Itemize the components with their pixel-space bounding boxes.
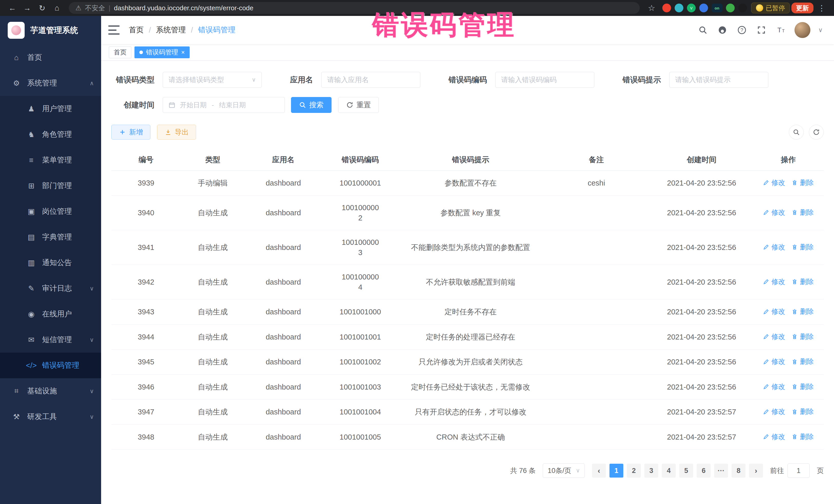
cell-code: 1001000003	[322, 230, 399, 265]
error-hint-input[interactable]	[669, 72, 768, 88]
cell-remark	[543, 196, 650, 230]
goto-page-input[interactable]	[788, 463, 810, 478]
sidebar-item-dict[interactable]: ▤字典管理	[0, 224, 101, 250]
delete-link[interactable]: 删除	[791, 407, 814, 417]
extension-green[interactable]	[726, 4, 735, 12]
edit-link[interactable]: 修改	[763, 242, 785, 252]
page-button-3[interactable]: 3	[644, 464, 658, 478]
edit-link[interactable]: 修改	[763, 306, 785, 317]
tag-dot	[139, 50, 143, 54]
delete-link[interactable]: 删除	[791, 332, 814, 342]
app-name-label: 应用名	[290, 75, 321, 85]
paused-chip[interactable]: 已暂停	[751, 3, 790, 13]
update-button[interactable]: 更新	[791, 3, 813, 13]
help-icon[interactable]: ?	[736, 24, 748, 36]
font-size-icon[interactable]: TT	[775, 24, 787, 36]
sidebar-item-notice[interactable]: ▥通知公告	[0, 250, 101, 276]
extension-dark-on[interactable]: on	[711, 4, 722, 12]
page-button-6[interactable]: 6	[697, 464, 710, 478]
page-button-1[interactable]: 1	[610, 464, 623, 478]
delete-link[interactable]: 删除	[791, 277, 814, 287]
forward-icon[interactable]: →	[21, 1, 34, 15]
address-bar[interactable]: ⚠ 不安全 | dashboard.yudao.iocoder.cn/syste…	[69, 2, 640, 14]
sidebar-item-user[interactable]: ♟用户管理	[0, 96, 101, 122]
edit-link[interactable]: 修改	[763, 356, 785, 367]
post-icon: ▣	[26, 207, 37, 216]
edit-link[interactable]: 修改	[763, 178, 785, 188]
edit-link[interactable]: 修改	[763, 381, 785, 392]
page-size-select[interactable]: 10条/页 ∨	[543, 463, 585, 478]
prev-page-button[interactable]: ‹	[592, 464, 606, 478]
error-code-input[interactable]	[495, 72, 594, 88]
page-button-4[interactable]: 4	[662, 464, 676, 478]
delete-link[interactable]: 删除	[791, 207, 814, 218]
add-button[interactable]: 新增	[111, 125, 150, 139]
logo-row[interactable]: 芋道管理系统	[0, 16, 101, 45]
tab-错误码管理[interactable]: 错误码管理×	[134, 46, 190, 58]
sidebar-item-sms[interactable]: ✉短信管理∨	[0, 327, 101, 353]
extension-green-v[interactable]: V	[687, 4, 696, 12]
sidebar-item-devtools[interactable]: ⚒研发工具∨	[0, 404, 101, 430]
back-icon[interactable]: ←	[6, 1, 19, 15]
sidebar-item-menu[interactable]: ≡菜单管理	[0, 147, 101, 173]
next-page-button[interactable]: ›	[749, 464, 763, 478]
hamburger-icon[interactable]	[108, 25, 119, 35]
error-type-select[interactable]: 请选择错误码类型 ∨	[163, 72, 262, 88]
column-header: 错误码编码	[322, 149, 399, 170]
home-icon[interactable]: ⌂	[50, 1, 64, 15]
breadcrumb-item[interactable]: 错误码管理	[198, 25, 235, 35]
edit-link[interactable]: 修改	[763, 432, 785, 442]
delete-link[interactable]: 删除	[791, 242, 814, 252]
breadcrumb-item[interactable]: 系统管理	[156, 25, 186, 35]
refresh-button[interactable]	[809, 125, 824, 139]
app-name-input[interactable]	[321, 72, 420, 88]
delete-link[interactable]: 删除	[791, 432, 814, 442]
reset-button[interactable]: 重置	[338, 97, 379, 113]
edit-link[interactable]: 修改	[763, 332, 785, 342]
breadcrumb-item[interactable]: 首页	[129, 25, 144, 35]
error-code-value: 1001000003	[341, 237, 380, 258]
sidebar-item-infra[interactable]: ⌗基础设施∨	[0, 378, 101, 404]
github-icon[interactable]	[717, 24, 728, 36]
sidebar-item-post[interactable]: ▣岗位管理	[0, 199, 101, 224]
search-toggle-button[interactable]	[789, 125, 804, 139]
svg-text:T: T	[782, 28, 785, 33]
pagination-ellipsis[interactable]: ···	[714, 464, 728, 478]
sidebar-item-home[interactable]: ⌂首页	[0, 45, 101, 70]
extension-blue-grid[interactable]	[699, 4, 708, 12]
extension-red[interactable]	[662, 4, 671, 12]
search-icon[interactable]	[697, 24, 709, 36]
export-button[interactable]: 导出	[157, 125, 196, 139]
edit-link[interactable]: 修改	[763, 207, 785, 218]
fullscreen-icon[interactable]	[755, 24, 767, 36]
edit-link[interactable]: 修改	[763, 277, 785, 287]
sidebar-item-dept[interactable]: ⊞部门管理	[0, 173, 101, 199]
delete-link[interactable]: 删除	[791, 306, 814, 317]
edit-link[interactable]: 修改	[763, 407, 785, 417]
extension-paw[interactable]	[738, 4, 747, 12]
page-button-5[interactable]: 5	[679, 464, 693, 478]
edit-label: 修改	[771, 356, 785, 367]
sidebar-item-error-code[interactable]: </>错误码管理	[0, 353, 101, 378]
search-button[interactable]: 搜索	[291, 97, 332, 113]
page-button-8[interactable]: 8	[731, 464, 745, 478]
chevron-down-icon[interactable]: ∨	[818, 26, 823, 34]
delete-link[interactable]: 删除	[791, 178, 814, 188]
sidebar-item-role[interactable]: ♞角色管理	[0, 122, 101, 147]
page-button-2[interactable]: 2	[627, 464, 641, 478]
sidebar-item-audit-log[interactable]: ✎审计日志∨	[0, 276, 101, 301]
chrome-menu-icon[interactable]: ⋮	[815, 1, 828, 15]
cell-message: 不允许获取敏感配置到前端	[399, 265, 543, 300]
bookmark-star-icon[interactable]: ☆	[645, 1, 658, 15]
sidebar-item-system[interactable]: ⚙系统管理∧	[0, 70, 101, 96]
extension-teal[interactable]	[675, 4, 683, 12]
delete-link[interactable]: 删除	[791, 381, 814, 392]
cell-id: 3939	[111, 170, 181, 196]
close-icon[interactable]: ×	[181, 49, 185, 56]
tab-首页[interactable]: 首页	[109, 46, 131, 58]
sidebar-item-online-user[interactable]: ◉在线用户	[0, 301, 101, 327]
avatar[interactable]	[794, 22, 810, 38]
reload-icon[interactable]: ↻	[36, 1, 49, 15]
delete-link[interactable]: 删除	[791, 356, 814, 367]
date-range-picker[interactable]: 开始日期 - 结束日期	[163, 97, 285, 113]
